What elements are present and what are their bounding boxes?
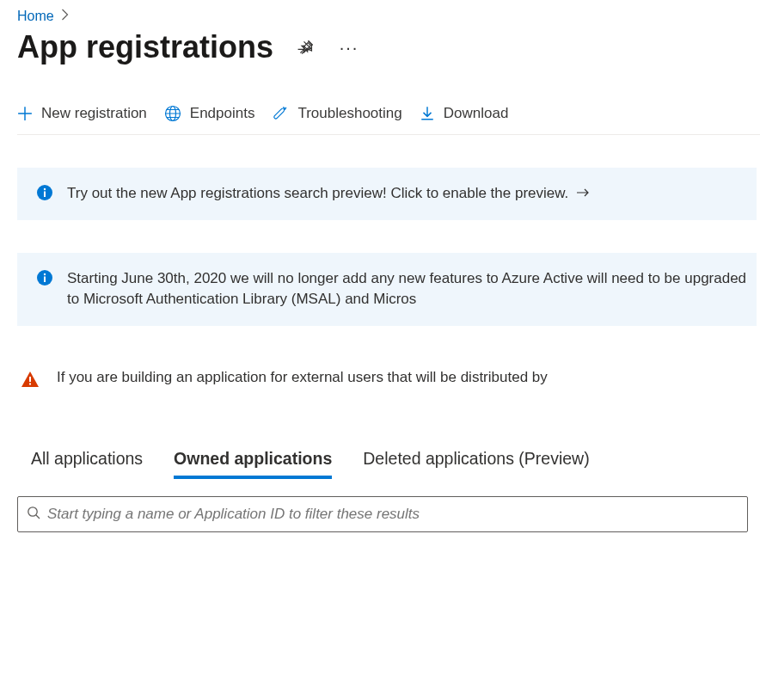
- globe-icon: [164, 105, 181, 122]
- warning-icon: [21, 370, 40, 389]
- troubleshooting-button[interactable]: Troubleshooting: [272, 105, 401, 122]
- warning-row: If you are building an application for e…: [17, 369, 760, 389]
- svg-point-7: [44, 273, 46, 274]
- more-icon[interactable]: ···: [339, 37, 359, 58]
- page-title: App registrations: [17, 29, 273, 65]
- search-input[interactable]: [47, 506, 739, 523]
- download-button[interactable]: Download: [420, 105, 509, 122]
- deprecation-banner-text: Starting June 30th, 2020 we will no long…: [67, 268, 757, 310]
- tabs: All applications Owned applications Dele…: [17, 449, 760, 479]
- endpoints-label: Endpoints: [190, 105, 255, 122]
- endpoints-button[interactable]: Endpoints: [164, 105, 255, 122]
- tab-all-applications[interactable]: All applications: [31, 449, 143, 479]
- search-box[interactable]: [17, 496, 748, 532]
- download-label: Download: [444, 105, 509, 122]
- svg-rect-9: [29, 383, 31, 384]
- svg-point-10: [28, 507, 37, 516]
- plus-icon: [17, 106, 33, 121]
- deprecation-banner[interactable]: Starting June 30th, 2020 we will no long…: [17, 253, 757, 326]
- new-registration-label: New registration: [41, 105, 147, 122]
- pin-icon[interactable]: [296, 37, 316, 58]
- preview-banner-text: Try out the new App registrations search…: [67, 183, 590, 205]
- svg-rect-8: [29, 377, 31, 382]
- breadcrumb-home-link[interactable]: Home: [17, 9, 54, 24]
- svg-point-4: [44, 188, 46, 190]
- tab-deleted-applications[interactable]: Deleted applications (Preview): [363, 449, 589, 479]
- troubleshooting-label: Troubleshooting: [297, 105, 401, 122]
- toolbar: New registration Endpoints Troubleshooti…: [17, 96, 760, 135]
- preview-banner[interactable]: Try out the new App registrations search…: [17, 168, 757, 220]
- warning-text: If you are building an application for e…: [57, 369, 548, 386]
- title-row: App registrations ···: [17, 29, 760, 96]
- tab-owned-applications[interactable]: Owned applications: [174, 449, 332, 479]
- arrow-right-icon: [576, 185, 590, 201]
- search-wrap: [17, 496, 748, 532]
- search-icon: [27, 506, 40, 522]
- wrench-icon: [272, 105, 289, 122]
- breadcrumb: Home: [17, 0, 760, 29]
- new-registration-button[interactable]: New registration: [17, 105, 147, 122]
- download-icon: [420, 106, 435, 121]
- info-icon: [36, 184, 53, 201]
- svg-rect-3: [44, 192, 46, 198]
- info-icon: [36, 269, 53, 286]
- chevron-right-icon: [61, 9, 69, 24]
- svg-rect-6: [44, 276, 46, 282]
